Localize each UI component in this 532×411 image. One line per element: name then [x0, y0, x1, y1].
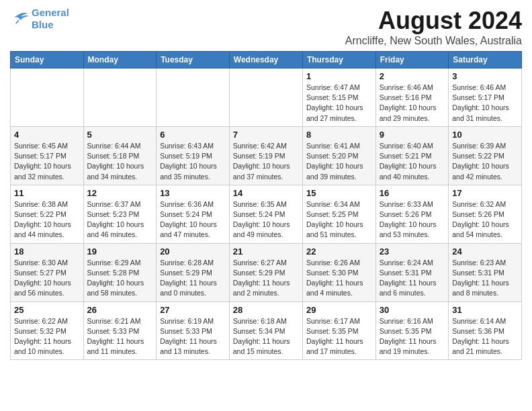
day-info: Sunrise: 6:45 AM Sunset: 5:17 PM Dayligh… [14, 141, 80, 182]
calendar-cell: 24Sunrise: 6:23 AM Sunset: 5:31 PM Dayli… [449, 243, 522, 302]
day-number: 29 [306, 305, 372, 315]
calendar-cell: 6Sunrise: 6:43 AM Sunset: 5:19 PM Daylig… [157, 126, 230, 185]
day-info: Sunrise: 6:33 AM Sunset: 5:26 PM Dayligh… [380, 199, 445, 240]
column-header-wednesday: Wednesday [229, 52, 302, 68]
day-info: Sunrise: 6:16 AM Sunset: 5:35 PM Dayligh… [380, 316, 445, 357]
day-number: 25 [14, 305, 80, 315]
calendar-cell: 11Sunrise: 6:38 AM Sunset: 5:22 PM Dayli… [11, 185, 84, 243]
calendar-cell [157, 68, 230, 127]
day-number: 19 [87, 246, 153, 257]
calendar-cell: 7Sunrise: 6:42 AM Sunset: 5:19 PM Daylig… [229, 126, 302, 185]
column-header-saturday: Saturday [449, 52, 522, 68]
calendar-cell: 16Sunrise: 6:33 AM Sunset: 5:26 PM Dayli… [375, 185, 448, 243]
day-number: 27 [160, 305, 226, 315]
day-number: 2 [380, 71, 445, 81]
day-number: 8 [306, 130, 372, 140]
day-info: Sunrise: 6:21 AM Sunset: 5:33 PM Dayligh… [87, 316, 153, 357]
calendar-cell: 14Sunrise: 6:35 AM Sunset: 5:24 PM Dayli… [229, 185, 302, 243]
calendar-cell [11, 68, 84, 127]
day-info: Sunrise: 6:26 AM Sunset: 5:30 PM Dayligh… [306, 258, 372, 299]
calendar-cell: 1Sunrise: 6:47 AM Sunset: 5:15 PM Daylig… [302, 68, 375, 127]
day-number: 17 [452, 188, 518, 198]
location-title: Arncliffe, New South Wales, Australia [345, 35, 522, 47]
calendar-cell: 17Sunrise: 6:32 AM Sunset: 5:26 PM Dayli… [449, 185, 522, 243]
column-header-monday: Monday [83, 52, 157, 68]
day-info: Sunrise: 6:43 AM Sunset: 5:19 PM Dayligh… [160, 141, 226, 182]
calendar-cell: 31Sunrise: 6:14 AM Sunset: 5:36 PM Dayli… [449, 302, 522, 360]
day-info: Sunrise: 6:28 AM Sunset: 5:29 PM Dayligh… [160, 258, 226, 299]
day-info: Sunrise: 6:30 AM Sunset: 5:27 PM Dayligh… [14, 258, 80, 299]
day-info: Sunrise: 6:27 AM Sunset: 5:29 PM Dayligh… [233, 258, 299, 299]
day-number: 12 [87, 188, 153, 198]
calendar-cell: 2Sunrise: 6:46 AM Sunset: 5:16 PM Daylig… [375, 68, 448, 127]
calendar-week-5: 25Sunrise: 6:22 AM Sunset: 5:32 PM Dayli… [11, 302, 522, 360]
day-info: Sunrise: 6:14 AM Sunset: 5:36 PM Dayligh… [452, 316, 518, 357]
day-number: 26 [87, 305, 153, 315]
calendar-cell: 23Sunrise: 6:24 AM Sunset: 5:31 PM Dayli… [375, 243, 448, 302]
day-info: Sunrise: 6:32 AM Sunset: 5:26 PM Dayligh… [452, 199, 518, 240]
calendar-cell: 8Sunrise: 6:41 AM Sunset: 5:20 PM Daylig… [302, 126, 375, 185]
day-number: 22 [306, 246, 372, 257]
day-info: Sunrise: 6:29 AM Sunset: 5:28 PM Dayligh… [87, 258, 153, 299]
column-header-tuesday: Tuesday [157, 52, 230, 68]
day-number: 10 [452, 130, 518, 140]
day-number: 15 [306, 188, 372, 198]
calendar-cell: 5Sunrise: 6:44 AM Sunset: 5:18 PM Daylig… [83, 126, 157, 185]
calendar-cell: 20Sunrise: 6:28 AM Sunset: 5:29 PM Dayli… [157, 243, 230, 302]
calendar-cell: 28Sunrise: 6:18 AM Sunset: 5:34 PM Dayli… [229, 302, 302, 360]
calendar-cell [83, 68, 157, 127]
day-info: Sunrise: 6:24 AM Sunset: 5:31 PM Dayligh… [380, 258, 445, 299]
day-info: Sunrise: 6:38 AM Sunset: 5:22 PM Dayligh… [14, 199, 80, 240]
logo-icon [10, 11, 29, 26]
day-info: Sunrise: 6:17 AM Sunset: 5:35 PM Dayligh… [306, 316, 372, 357]
title-section: August 2024 Arncliffe, New South Wales, … [345, 7, 522, 47]
day-info: Sunrise: 6:22 AM Sunset: 5:32 PM Dayligh… [14, 316, 80, 357]
calendar-cell: 3Sunrise: 6:46 AM Sunset: 5:17 PM Daylig… [449, 68, 522, 127]
calendar-cell: 27Sunrise: 6:19 AM Sunset: 5:33 PM Dayli… [157, 302, 230, 360]
day-info: Sunrise: 6:46 AM Sunset: 5:17 PM Dayligh… [452, 83, 518, 124]
day-number: 21 [233, 246, 299, 257]
calendar-cell: 9Sunrise: 6:40 AM Sunset: 5:21 PM Daylig… [375, 126, 448, 185]
day-number: 7 [233, 130, 299, 140]
calendar-week-3: 11Sunrise: 6:38 AM Sunset: 5:22 PM Dayli… [11, 185, 522, 243]
page-header: General Blue August 2024 Arncliffe, New … [10, 7, 522, 47]
day-number: 18 [14, 246, 80, 257]
day-number: 1 [306, 71, 372, 81]
calendar-cell: 4Sunrise: 6:45 AM Sunset: 5:17 PM Daylig… [11, 126, 84, 185]
day-number: 14 [233, 188, 299, 198]
day-number: 11 [14, 188, 80, 198]
day-number: 13 [160, 188, 226, 198]
calendar-cell: 19Sunrise: 6:29 AM Sunset: 5:28 PM Dayli… [83, 243, 157, 302]
calendar-cell: 15Sunrise: 6:34 AM Sunset: 5:25 PM Dayli… [302, 185, 375, 243]
calendar-table: SundayMondayTuesdayWednesdayThursdayFrid… [10, 51, 522, 360]
calendar-header-row: SundayMondayTuesdayWednesdayThursdayFrid… [11, 52, 522, 68]
logo: General Blue [10, 7, 69, 31]
calendar-cell: 22Sunrise: 6:26 AM Sunset: 5:30 PM Dayli… [302, 243, 375, 302]
day-info: Sunrise: 6:37 AM Sunset: 5:23 PM Dayligh… [87, 199, 153, 240]
day-number: 5 [87, 130, 153, 140]
calendar-cell: 18Sunrise: 6:30 AM Sunset: 5:27 PM Dayli… [11, 243, 84, 302]
calendar-cell: 12Sunrise: 6:37 AM Sunset: 5:23 PM Dayli… [83, 185, 157, 243]
day-info: Sunrise: 6:40 AM Sunset: 5:21 PM Dayligh… [380, 141, 445, 182]
column-header-thursday: Thursday [302, 52, 375, 68]
day-info: Sunrise: 6:36 AM Sunset: 5:24 PM Dayligh… [160, 199, 226, 240]
calendar-week-1: 1Sunrise: 6:47 AM Sunset: 5:15 PM Daylig… [11, 68, 522, 127]
day-number: 16 [380, 188, 445, 198]
calendar-cell: 30Sunrise: 6:16 AM Sunset: 5:35 PM Dayli… [375, 302, 448, 360]
calendar-week-2: 4Sunrise: 6:45 AM Sunset: 5:17 PM Daylig… [11, 126, 522, 185]
calendar-cell [229, 68, 302, 127]
day-number: 4 [14, 130, 80, 140]
day-info: Sunrise: 6:46 AM Sunset: 5:16 PM Dayligh… [380, 83, 445, 124]
day-info: Sunrise: 6:34 AM Sunset: 5:25 PM Dayligh… [306, 199, 372, 240]
calendar-cell: 10Sunrise: 6:39 AM Sunset: 5:22 PM Dayli… [449, 126, 522, 185]
day-info: Sunrise: 6:39 AM Sunset: 5:22 PM Dayligh… [452, 141, 518, 182]
day-number: 9 [380, 130, 445, 140]
day-number: 23 [380, 246, 445, 257]
calendar-cell: 25Sunrise: 6:22 AM Sunset: 5:32 PM Dayli… [11, 302, 84, 360]
month-title: August 2024 [345, 7, 522, 35]
day-number: 6 [160, 130, 226, 140]
day-number: 30 [380, 305, 445, 315]
day-info: Sunrise: 6:19 AM Sunset: 5:33 PM Dayligh… [160, 316, 226, 357]
column-header-sunday: Sunday [11, 52, 84, 68]
day-number: 24 [452, 246, 518, 257]
